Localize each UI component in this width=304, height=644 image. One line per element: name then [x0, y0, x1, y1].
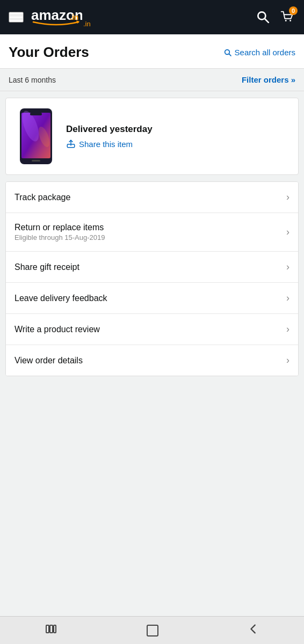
- search-button[interactable]: [256, 10, 270, 25]
- action-item[interactable]: Write a product review›: [6, 314, 298, 345]
- svg-rect-19: [54, 625, 56, 633]
- product-image: [17, 107, 55, 165]
- recent-apps-icon: [45, 623, 57, 635]
- cart-count-badge: 0: [289, 6, 298, 15]
- action-label: Share gift receipt: [15, 262, 286, 272]
- product-info: Delivered yesterday Share this item: [66, 124, 289, 149]
- chevron-right-icon: ›: [286, 355, 289, 366]
- search-icon: [256, 10, 270, 24]
- share-icon: [66, 139, 76, 149]
- logo-text: amazon .in: [31, 5, 82, 30]
- filter-bar: Last 6 months Filter orders »: [0, 69, 304, 91]
- svg-text:.in: .in: [70, 13, 78, 21]
- back-icon: [248, 623, 259, 635]
- search-orders-label: Search all orders: [235, 48, 295, 57]
- action-label: Return or replace items: [15, 223, 286, 232]
- page-title-bar: Your Orders Search all orders: [0, 34, 304, 69]
- svg-point-6: [289, 20, 291, 21]
- action-label: Track package: [15, 193, 286, 202]
- order-card: Delivered yesterday Share this item: [5, 98, 299, 175]
- action-label: View order details: [15, 356, 286, 365]
- product-image-container: [15, 107, 57, 166]
- share-item-link[interactable]: Share this item: [66, 139, 289, 149]
- svg-line-4: [265, 18, 269, 22]
- action-item[interactable]: Share gift receipt›: [6, 252, 298, 283]
- action-item[interactable]: Track package›: [6, 182, 298, 213]
- amazon-logo: amazon .in .in: [31, 5, 91, 30]
- chevron-right-icon: ›: [286, 192, 289, 203]
- action-item-content: Return or replace itemsEligible through …: [15, 223, 286, 241]
- hamburger-menu[interactable]: [9, 12, 24, 23]
- svg-rect-17: [46, 625, 49, 633]
- nav-back-button[interactable]: [248, 623, 259, 638]
- chevron-right-icon: ›: [286, 226, 289, 238]
- bottom-nav-bar: [0, 616, 304, 644]
- action-label: Write a product review: [15, 325, 286, 334]
- search-all-orders-link[interactable]: Search all orders: [223, 48, 295, 57]
- action-list: Track package›Return or replace itemsEli…: [5, 181, 299, 376]
- share-item-label: Share this item: [79, 140, 133, 149]
- action-item[interactable]: Leave delivery feedback›: [6, 283, 298, 314]
- amazon-logo-svg: amazon .in: [31, 5, 82, 26]
- header-right: 0: [256, 9, 295, 26]
- chevron-right-icon: ›: [286, 324, 289, 335]
- action-sublabel: Eligible through 15-Aug-2019: [15, 233, 286, 241]
- action-item-content: Share gift receipt: [15, 262, 286, 272]
- filter-period-label: Last 6 months: [9, 76, 56, 84]
- main-content: Your Orders Search all orders Last 6 mon…: [0, 34, 304, 415]
- svg-line-8: [229, 54, 231, 56]
- nav-recent-apps-button[interactable]: [45, 623, 57, 639]
- search-orders-icon: [223, 48, 232, 57]
- filter-orders-link[interactable]: Filter orders »: [242, 75, 295, 84]
- svg-rect-14: [30, 113, 42, 115]
- header-left: amazon .in .in: [9, 5, 91, 30]
- action-item[interactable]: View order details›: [6, 345, 298, 376]
- action-item-content: Write a product review: [15, 325, 286, 334]
- cart-button[interactable]: 0: [279, 9, 295, 26]
- header: amazon .in .in 0: [0, 0, 304, 34]
- action-label: Leave delivery feedback: [15, 294, 286, 303]
- svg-point-5: [285, 20, 287, 21]
- action-item-content: Track package: [15, 193, 286, 202]
- chevron-right-icon: ›: [286, 292, 289, 304]
- action-item-content: Leave delivery feedback: [15, 294, 286, 303]
- nav-home-button[interactable]: [147, 625, 158, 636]
- delivery-status: Delivered yesterday: [66, 124, 289, 135]
- action-item-content: View order details: [15, 356, 286, 365]
- svg-rect-18: [50, 625, 53, 633]
- action-item[interactable]: Return or replace itemsEligible through …: [6, 213, 298, 252]
- logo-in: .in: [83, 20, 91, 28]
- svg-rect-15: [32, 160, 40, 162]
- page-title: Your Orders: [9, 44, 89, 61]
- chevron-right-icon: ›: [286, 261, 289, 273]
- home-icon: [147, 625, 158, 636]
